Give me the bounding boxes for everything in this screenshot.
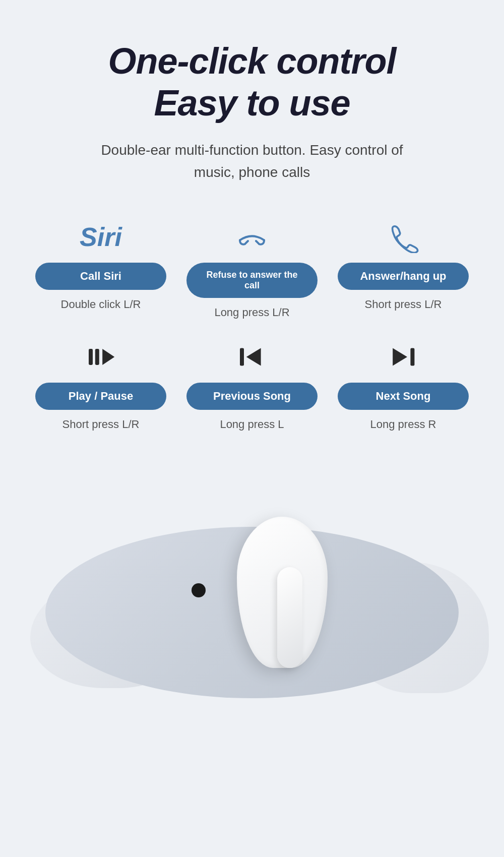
control-previous-song: Previous Song Long press L	[181, 339, 323, 431]
subtitle: Double-ear multi-function button. Easy c…	[101, 139, 403, 185]
answer-hangup-press-label: Short press L/R	[365, 298, 442, 311]
earbud-stem	[277, 567, 302, 668]
next-song-press-label: Long press R	[370, 418, 436, 431]
play-pause-icon	[85, 341, 117, 373]
svg-marker-4	[246, 348, 261, 366]
play-pause-button[interactable]: Play / Pause	[35, 383, 166, 410]
call-siri-button[interactable]: Call Siri	[35, 263, 166, 290]
controls-row-2: Play / Pause Short press L/R Previous So…	[30, 339, 474, 431]
earbuds-image-section	[0, 456, 504, 698]
previous-song-button[interactable]: Previous Song	[186, 383, 318, 410]
prev-song-icon	[236, 341, 268, 373]
next-song-icon	[387, 341, 419, 373]
control-next-song: Next Song Long press R	[333, 339, 474, 431]
previous-song-press-label: Long press L	[220, 418, 284, 431]
call-siri-press-label: Double click L/R	[61, 298, 141, 311]
refuse-call-button[interactable]: Refuse to answer the call	[186, 263, 318, 298]
page-wrapper: One-click control Easy to use Double-ear…	[0, 0, 504, 857]
control-play-pause: Play / Pause Short press L/R	[30, 339, 171, 431]
phone-call-icon-area	[387, 219, 419, 255]
siri-icon-area: Siri	[80, 219, 122, 255]
play-pause-press-label: Short press L/R	[62, 418, 140, 431]
play-pause-icon-area	[85, 339, 117, 375]
controls-row-1: Siri Call Siri Double click L/R Refuse t…	[30, 219, 474, 319]
svg-rect-1	[95, 349, 99, 365]
phone-call-icon	[387, 221, 419, 253]
sensor-dot	[192, 583, 206, 597]
main-title: One-click control Easy to use	[101, 40, 403, 124]
control-answer-hangup: Answer/hang up Short press L/R	[333, 219, 474, 311]
svg-marker-5	[393, 348, 407, 366]
svg-marker-2	[102, 349, 114, 365]
refuse-call-press-label: Long press L/R	[214, 306, 289, 319]
svg-rect-3	[240, 348, 244, 366]
siri-icon: Siri	[80, 222, 122, 252]
phone-end-icon	[236, 221, 268, 253]
phone-end-icon-area	[236, 219, 268, 255]
control-call-siri: Siri Call Siri Double click L/R	[30, 219, 171, 311]
control-refuse-call: Refuse to answer the call Long press L/R	[181, 219, 323, 319]
header-section: One-click control Easy to use Double-ear…	[71, 0, 433, 199]
next-song-icon-area	[387, 339, 419, 375]
answer-hangup-button[interactable]: Answer/hang up	[338, 263, 469, 290]
svg-rect-6	[410, 348, 414, 366]
title-line2: Easy to use	[154, 83, 350, 123]
svg-rect-0	[89, 349, 93, 365]
controls-section: Siri Call Siri Double click L/R Refuse t…	[0, 199, 504, 436]
prev-song-icon-area	[236, 339, 268, 375]
next-song-button[interactable]: Next Song	[338, 383, 469, 410]
title-line1: One-click control	[108, 41, 396, 81]
